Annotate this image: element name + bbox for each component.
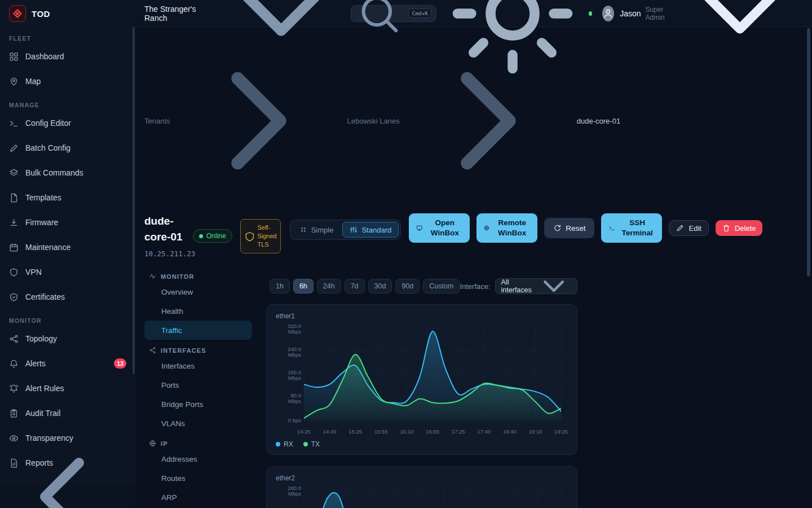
edit-button[interactable]: Edit <box>669 220 708 236</box>
sidebar-item-templates[interactable]: Templates <box>0 185 135 210</box>
subnav-item-arp[interactable]: ARP <box>144 488 252 507</box>
clipboard-icon <box>9 409 19 418</box>
sidebar-item-label: Batch Config <box>25 143 70 152</box>
sidebar-item-label: Templates <box>25 193 61 202</box>
chart-toolbar: 1h6h24h7d30d90dCustom Interface: All int… <box>266 278 577 294</box>
sidebar-item-firmware[interactable]: Firmware <box>0 210 135 235</box>
range-7d-button[interactable]: 7d <box>345 279 365 294</box>
chevron-right-icon <box>174 36 343 205</box>
range-24h-button[interactable]: 24h <box>317 279 341 294</box>
device-subnav: MONITOROverviewHealthTrafficINTERFACESIn… <box>144 266 257 508</box>
top-bar: The Stranger's Ranch Cmd+K Jason <box>135 0 812 27</box>
main-scrollbar[interactable] <box>807 28 810 277</box>
sliders-icon <box>350 226 358 234</box>
sidebar-item-label: Maintenance <box>25 243 70 252</box>
sidebar-item-config-editor[interactable]: Config Editor <box>0 111 135 135</box>
sidebar-item-certificates[interactable]: Certificates <box>0 284 135 309</box>
sidebar-item-alert-rules[interactable]: Alert Rules <box>0 376 135 401</box>
avatar <box>602 6 614 21</box>
chart-card-ether2: ether213:5514:2515:1015:2515:5516:2516:5… <box>266 466 577 508</box>
sidebar-item-label: VPN <box>25 268 42 277</box>
pencil-icon <box>676 224 684 232</box>
globe-icon <box>484 224 489 233</box>
breadcrumb-item-tenants[interactable]: Tenants <box>144 117 170 125</box>
svg-text:14:40: 14:40 <box>323 428 337 435</box>
tenant-name: The Stranger's Ranch <box>144 5 208 23</box>
open-winbox-button[interactable]: Open WinBox <box>409 213 470 243</box>
sidebar-item-label: Bulk Commands <box>25 168 83 177</box>
range-6h-button[interactable]: 6h <box>293 279 314 294</box>
sidebar-item-maintenance[interactable]: Maintenance <box>0 235 135 260</box>
range-90d-button[interactable]: 90d <box>395 279 420 294</box>
device-ip: 10.25.211.23 <box>144 249 185 258</box>
subnav-item-interfaces[interactable]: Interfaces <box>144 356 252 375</box>
sidebar-item-dashboard[interactable]: Dashboard <box>0 44 135 69</box>
sidebar-scrollbar[interactable] <box>133 27 135 374</box>
chart-card-ether1: ether114:2514:4015:2515:5516:1016:5517:2… <box>266 304 577 455</box>
subnav-item-vlans[interactable]: VLANs <box>144 414 252 433</box>
refresh-icon <box>553 224 561 232</box>
sidebar-item-vpn[interactable]: VPN <box>0 260 135 284</box>
interface-select[interactable]: All interfaces <box>495 278 577 294</box>
sidebar-nav: FLEETDashboardMapMANAGEConfig EditorBatc… <box>0 27 135 485</box>
subnav-group-interfaces: INTERFACES <box>144 347 257 354</box>
sidebar-item-label: Alert Rules <box>25 384 64 393</box>
trash-icon <box>722 224 730 232</box>
subnav-item-overview[interactable]: Overview <box>144 282 252 301</box>
sidebar-item-batch-config[interactable]: Batch Config <box>0 135 135 160</box>
remote-winbox-button[interactable]: Remote WinBox <box>476 213 537 243</box>
range-30d-button[interactable]: 30d <box>368 279 392 294</box>
badge-check-icon <box>9 292 19 302</box>
pencil-icon <box>9 143 19 153</box>
tls-badge: Self-Signed TLS <box>240 219 281 253</box>
svg-text:19:10: 19:10 <box>529 428 542 435</box>
file-icon <box>9 193 19 203</box>
sidebar-item-topology[interactable]: Topology <box>0 326 135 351</box>
traffic-chart-ether2: 13:5514:2515:1015:2515:5516:2516:5517:25… <box>276 483 569 508</box>
subnav-item-bridge-ports[interactable]: Bridge Ports <box>144 395 252 414</box>
shield-icon <box>244 224 255 249</box>
legend-dot-icon <box>303 442 308 446</box>
device-title-block: dude-core-01 10.25.211.23 <box>144 213 185 258</box>
subnav-item-health[interactable]: Health <box>144 301 252 321</box>
topology-icon <box>9 334 19 344</box>
app-root: TOD FLEETDashboardMapMANAGEConfig Editor… <box>0 0 812 508</box>
reset-button[interactable]: Reset <box>544 218 594 238</box>
breadcrumb-item-lebowski-lanes[interactable]: Lebowski Lanes <box>347 117 400 125</box>
subnav-item-ports[interactable]: Ports <box>144 375 252 395</box>
svg-text:15:55: 15:55 <box>374 428 388 435</box>
sidebar-item-map[interactable]: Map <box>0 69 135 94</box>
svg-text:14:25: 14:25 <box>297 428 311 435</box>
bell-icon <box>9 359 19 369</box>
online-dot-icon <box>199 234 203 238</box>
chevron-right-icon <box>404 36 573 205</box>
svg-text:Mbps: Mbps <box>288 329 301 335</box>
shield-icon <box>9 268 19 277</box>
legend-rx: RX <box>276 440 293 448</box>
legend-tx: TX <box>303 440 320 448</box>
chart-title: ether2 <box>276 474 568 482</box>
mode-standard-button[interactable]: Standard <box>342 222 399 238</box>
sidebar-collapse-button[interactable] <box>0 485 135 508</box>
grid-small-icon <box>299 226 307 234</box>
app-logo-text: TOD <box>32 9 50 19</box>
range-1h-button[interactable]: 1h <box>270 279 290 294</box>
subnav-item-addresses[interactable]: Addresses <box>144 449 252 468</box>
device-actions: Open WinBoxRemote WinBoxResetSSH Termina… <box>409 213 762 243</box>
ssh-terminal-button[interactable]: SSH Terminal <box>601 213 662 243</box>
sidebar-item-audit-trail[interactable]: Audit Trail <box>0 401 135 426</box>
activity-icon <box>149 273 156 280</box>
sidebar-item-label: Map <box>25 77 41 86</box>
sidebar-item-alerts[interactable]: Alerts13 <box>0 351 135 376</box>
sidebar-item-bulk-commands[interactable]: Bulk Commands <box>0 160 135 185</box>
subnav-item-routes[interactable]: Routes <box>144 468 252 488</box>
globe-icon <box>149 440 156 447</box>
range-custom-button[interactable]: Custom <box>423 279 460 294</box>
delete-button[interactable]: Delete <box>716 220 763 236</box>
time-range-group: 1h6h24h7d30d90dCustom <box>270 279 460 294</box>
svg-text:Mbps: Mbps <box>288 375 301 381</box>
subnav-item-traffic[interactable]: Traffic <box>144 321 252 340</box>
search-box[interactable]: Cmd+K <box>351 5 436 22</box>
app-logo-icon <box>9 5 26 22</box>
mode-simple-button[interactable]: Simple <box>292 222 341 238</box>
